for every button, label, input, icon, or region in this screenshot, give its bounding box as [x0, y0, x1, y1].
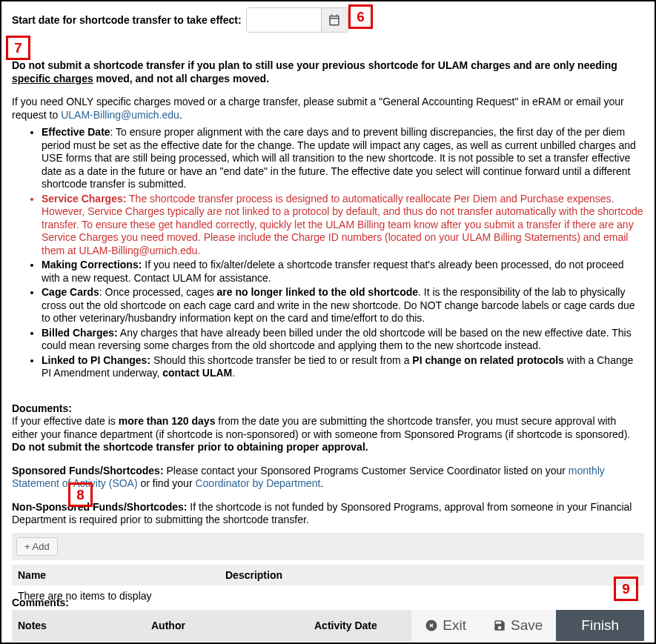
calendar-icon	[328, 13, 341, 27]
warning-paragraph: Do not submit a shortcode transfer if yo…	[12, 59, 644, 85]
documents-p1: If your effective date is more than 120 …	[12, 415, 644, 454]
documents-table-header: Name Description	[12, 565, 644, 585]
callout-6: 6	[348, 4, 373, 29]
bullet-making-corrections: Making Corrections: If you need to fix/a…	[42, 259, 644, 285]
close-circle-icon	[425, 619, 438, 632]
callout-8: 8	[68, 482, 93, 507]
finish-label: Finish	[581, 617, 619, 634]
startdate-input[interactable]	[247, 8, 321, 32]
nonsponsored-funds-paragraph: Non-Sponsored Funds/Shortcodes: If the s…	[12, 501, 644, 527]
col-description-header: Description	[225, 569, 282, 581]
save-icon	[493, 619, 506, 632]
coordinator-link[interactable]: Coordinator by Department	[195, 477, 320, 489]
ulam-billing-email-link[interactable]: ULAM-Billing@umich.edu	[61, 109, 179, 121]
intro-paragraph: If you need ONLY specific charges moved …	[12, 96, 644, 122]
startdate-field-wrap	[246, 7, 348, 33]
col-name-header: Name	[18, 569, 225, 581]
documents-addbar: + Add	[12, 533, 644, 560]
sponsored-funds-paragraph: Sponsored Funds/Shortcodes: Please conta…	[12, 465, 644, 491]
callout-7: 7	[6, 36, 30, 60]
save-button[interactable]: Save	[480, 610, 556, 641]
col-notes-header: Notes	[18, 620, 151, 631]
calendar-button[interactable]	[321, 8, 348, 32]
info-bullet-list: Effective Date: To ensure proper alignme…	[12, 126, 644, 380]
startdate-label: Start date for shortcode transfer to tak…	[12, 14, 242, 26]
exit-label: Exit	[443, 617, 466, 634]
bullet-service-charges: Service Charges: The shortcode transfer …	[42, 193, 644, 258]
documents-section: Documents: If your effective date is mor…	[12, 402, 644, 527]
comments-table-header: Notes Author Activity Date	[12, 610, 411, 641]
add-button[interactable]: + Add	[16, 537, 58, 556]
save-label: Save	[511, 617, 543, 634]
comments-label: Comments:	[12, 597, 644, 608]
col-author-header: Author	[151, 620, 314, 631]
documents-heading: Documents:	[12, 402, 72, 414]
exit-button[interactable]: Exit	[411, 610, 480, 641]
bullet-linked-pi: Linked to PI Changes: Should this shortc…	[42, 354, 644, 380]
finish-button[interactable]: Finish	[556, 610, 644, 641]
col-activitydate-header: Activity Date	[314, 620, 377, 631]
bullet-billed-charges: Billed Charges: Any charges that have al…	[42, 327, 644, 353]
bullet-cage-cards: Cage Cards: Once processed, cages are no…	[42, 286, 644, 325]
bullet-effective-date: Effective Date: To ensure proper alignme…	[42, 126, 644, 191]
